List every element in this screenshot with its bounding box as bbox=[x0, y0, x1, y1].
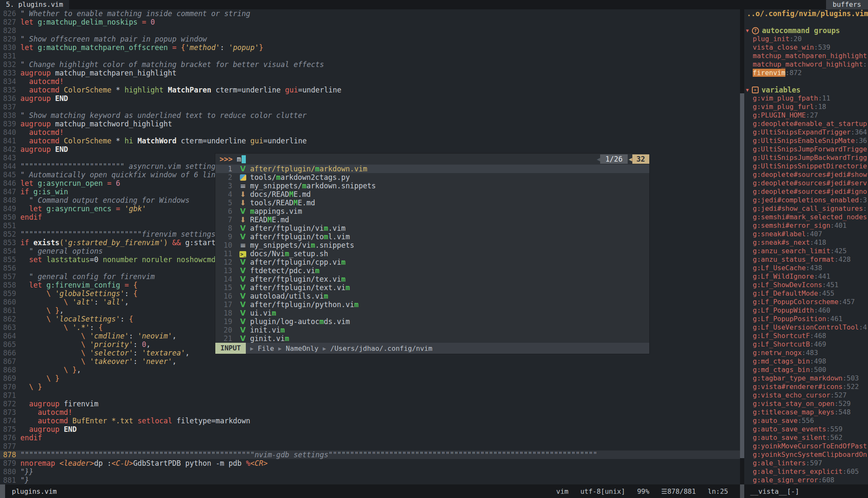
file-result-row[interactable]: 15Vafter/ftplugin/text.vim bbox=[215, 283, 649, 292]
code-line[interactable]: 830let g:matchup_matchparen_offscreen = … bbox=[0, 43, 740, 52]
code-line[interactable]: 826" Whether to enable matching inside c… bbox=[0, 9, 740, 18]
vista-tag-item[interactable]: g:auto_save:556 bbox=[744, 417, 868, 425]
vista-tag-item[interactable]: g:yoinkSyncSystemClipboardOn: bbox=[744, 450, 868, 459]
vista-tag-item[interactable]: g:UltiSnipsJumpForwardTrigge: bbox=[744, 145, 868, 154]
vista-tag-item[interactable]: g:yoinkMoveCursorToEndOfPast: bbox=[744, 442, 868, 450]
variables-header[interactable]: ▼ ✕ variables bbox=[744, 86, 868, 94]
file-result-row[interactable]: 1Vafter/ftplugin/markdown.vim bbox=[215, 165, 649, 173]
vista-tag-item[interactable]: g:Lf_PopupWidth:460 bbox=[744, 306, 868, 315]
vista-tag-item[interactable]: g:Lf_ShowDevIcons:451 bbox=[744, 281, 868, 289]
tab-plugins-vim[interactable]: 5. plugins.vim bbox=[0, 0, 69, 9]
scrollbar-thumb[interactable] bbox=[740, 93, 744, 458]
vista-tag-item[interactable]: g:deoplete#sources#jedi#show: bbox=[744, 171, 868, 179]
vista-tag-item[interactable]: g:ale_linters_explicit:605 bbox=[744, 467, 868, 476]
file-result-row[interactable]: 16Vautoload/utils.vim bbox=[215, 292, 649, 300]
code-line[interactable]: 875 augroup END bbox=[0, 425, 740, 434]
file-result-row[interactable]: 8Vafter/ftplugin/vim.vim bbox=[215, 224, 649, 232]
vista-tag-item[interactable]: g:anzu_status_format:428 bbox=[744, 255, 868, 264]
file-result-row[interactable]: 14Vafter/ftplugin/tex.vim bbox=[215, 275, 649, 283]
code-line[interactable]: 872 augroup firenvim bbox=[0, 400, 740, 408]
vista-tag-item[interactable]: g:netrw_nogx:483 bbox=[744, 349, 868, 357]
vista-tag-item[interactable]: g:jedi#show_call_signatures: bbox=[744, 204, 868, 213]
vista-tag-item[interactable]: g:PLUGIN_HOME:27 bbox=[744, 111, 868, 120]
vista-tag-item[interactable]: g:Lf_WildIgnore:441 bbox=[744, 272, 868, 281]
code-line[interactable]: 841 autocmd ColorScheme * hi MatchWord c… bbox=[0, 137, 740, 145]
vista-tag-item[interactable]: g:vista_echo_cursor:527 bbox=[744, 391, 868, 400]
vista-tag-item[interactable]: g:Lf_PopupPosition:461 bbox=[744, 315, 868, 323]
vista-tag-item[interactable]: g:Lf_PopupColorscheme:457 bbox=[744, 298, 868, 306]
vista-tag-item[interactable]: firenvim:872 bbox=[744, 69, 868, 77]
vista-tag-item[interactable]: g:deoplete#enable_at_startup: bbox=[744, 120, 868, 128]
code-line[interactable]: 839augroup matchup_matchword_highlight bbox=[0, 120, 740, 128]
vista-tag-item[interactable]: g:semshi#mark_selected_nodes: bbox=[744, 213, 868, 221]
file-result-row[interactable]: 11>_docs/Nvim_setup.sh bbox=[215, 249, 649, 258]
code-line[interactable]: 870 \ } bbox=[0, 383, 740, 391]
vista-tag-item[interactable]: g:sneak#s_next:418 bbox=[744, 238, 868, 247]
vista-tag-item[interactable]: g:Lf_UseCache:438 bbox=[744, 264, 868, 272]
code-line[interactable]: 878"""""""""""""""""""""""""""""""""""""… bbox=[0, 450, 740, 459]
file-result-row[interactable]: 12Vafter/ftplugin/cpp.vim bbox=[215, 258, 649, 266]
vista-tag-item[interactable]: g:auto_save_silent:562 bbox=[744, 434, 868, 442]
vista-tag-item[interactable]: g:ale_sign_error:608 bbox=[744, 476, 868, 484]
vista-tag-item[interactable]: g:ale_linters:597 bbox=[744, 459, 868, 467]
autocommand-groups-header[interactable]: ▼ ? autocommand groups bbox=[744, 26, 868, 35]
fuzzy-input-row[interactable]: >>> m ◀ 1/26 ◀ 32 bbox=[215, 154, 649, 165]
code-line[interactable]: 837 bbox=[0, 103, 740, 111]
code-line[interactable]: 867 \ 'takeover': 'never', bbox=[0, 357, 740, 366]
file-result-row[interactable]: 21Vginit.vim bbox=[215, 334, 649, 343]
code-line[interactable]: 874 autocmd BufEnter *.txt setlocal file… bbox=[0, 417, 740, 425]
code-line[interactable]: 836augroup END bbox=[0, 94, 740, 103]
code-line[interactable]: 832" Change highlight color of matching … bbox=[0, 60, 740, 69]
code-line[interactable]: 833augroup matchup_matchparen_highlight bbox=[0, 69, 740, 77]
file-result-row[interactable]: 5⬇tools/README.md bbox=[215, 199, 649, 207]
vista-tag-item[interactable]: g:auto_save_events:559 bbox=[744, 425, 868, 434]
file-result-row[interactable]: 9Vafter/ftplugin/toml.vim bbox=[215, 232, 649, 241]
file-result-row[interactable]: 19Vplugin/log-autocmds.vim bbox=[215, 317, 649, 326]
vista-tag-item[interactable]: vista_close_win:539 bbox=[744, 43, 868, 52]
vista-tag-item[interactable]: plug_init:20 bbox=[744, 35, 868, 43]
vista-tag-item[interactable]: g:tagbar_type_markdown:503 bbox=[744, 374, 868, 383]
code-line[interactable]: 873 autocmd! bbox=[0, 408, 740, 417]
vista-tag-item[interactable]: g:Lf_UseVersionControlTool:4 bbox=[744, 323, 868, 332]
vista-tag-item[interactable]: g:titlecase_map_keys:548 bbox=[744, 408, 868, 417]
vista-tag-item[interactable]: g:vista_stay_on_open:529 bbox=[744, 400, 868, 408]
code-line[interactable]: 868 \ }, bbox=[0, 366, 740, 374]
code-line[interactable]: 828 bbox=[0, 26, 740, 35]
vista-tag-item[interactable]: g:sneak#label:407 bbox=[744, 230, 868, 238]
file-result-row[interactable]: 7⬇README.md bbox=[215, 215, 649, 224]
code-line[interactable]: 831 bbox=[0, 52, 740, 60]
vista-tag-item[interactable]: g:vim_plug_furl:18 bbox=[744, 103, 868, 111]
code-line[interactable]: 835 autocmd ColorScheme * highlight Matc… bbox=[0, 86, 740, 94]
vista-tag-item[interactable]: matchup_matchword_highlight: bbox=[744, 60, 868, 69]
code-line[interactable]: 827let g:matchup_delim_noskips = 0 bbox=[0, 18, 740, 26]
code-line[interactable]: 880"}} bbox=[0, 467, 740, 476]
vista-tag-item[interactable]: g:jedi#completions_enabled:3 bbox=[744, 196, 868, 204]
file-result-row[interactable]: 2tools/markdown2ctags.py bbox=[215, 173, 649, 182]
code-line[interactable]: 871 bbox=[0, 391, 740, 400]
code-line[interactable]: 879nnoremap <leader>dp :<C-U>GdbStartPDB… bbox=[0, 459, 740, 467]
file-result-row[interactable]: 13Vftdetect/pdc.vim bbox=[215, 266, 649, 275]
code-line[interactable]: 834 autocmd! bbox=[0, 77, 740, 86]
code-line[interactable]: 840 autocmd! bbox=[0, 128, 740, 137]
vista-tag-item[interactable]: g:Lf_ShortcutF:468 bbox=[744, 332, 868, 340]
vista-tag-item[interactable]: g:Lf_DefaultMode:455 bbox=[744, 289, 868, 298]
file-result-row[interactable]: 10≡my_snippets/vim.snippets bbox=[215, 241, 649, 249]
vista-tag-item[interactable]: g:md_ctags_bin:500 bbox=[744, 366, 868, 374]
vista-tag-item[interactable]: g:deoplete#sources#jedi#igno: bbox=[744, 187, 868, 196]
vista-tag-item[interactable]: g:UltiSnipsEnableSnipMate:36 bbox=[744, 137, 868, 145]
vista-tag-item[interactable]: g:md_ctags_bin:498 bbox=[744, 357, 868, 366]
file-result-row[interactable]: 17Vafter/ftplugin/python.vim bbox=[215, 300, 649, 309]
code-line[interactable]: 869 \ } bbox=[0, 374, 740, 383]
file-result-row[interactable]: 3≡my_snippets/markdown.snippets bbox=[215, 182, 649, 190]
code-line[interactable]: 829" Show offscreen match pair in popup … bbox=[0, 35, 740, 43]
vista-tag-item[interactable]: g:vista#renderer#icons:522 bbox=[744, 383, 868, 391]
vista-tag-item[interactable]: g:UltiSnipsExpandTrigger:364 bbox=[744, 128, 868, 137]
code-line[interactable]: 877 bbox=[0, 442, 740, 450]
vista-tag-item[interactable]: g:UltiSnipsJumpBackwardTrigg: bbox=[744, 154, 868, 162]
vista-tag-item[interactable]: g:semshi#error_sign:401 bbox=[744, 221, 868, 230]
search-query[interactable]: m bbox=[237, 155, 241, 163]
code-line[interactable]: 842augroup END bbox=[0, 145, 740, 154]
vista-tag-item[interactable]: g:UltiSnipsSnippetDirectorie: bbox=[744, 162, 868, 171]
file-result-row[interactable]: 6Vmappings.vim bbox=[215, 207, 649, 215]
vista-tag-item[interactable]: g:Lf_ShortcutB:469 bbox=[744, 340, 868, 349]
